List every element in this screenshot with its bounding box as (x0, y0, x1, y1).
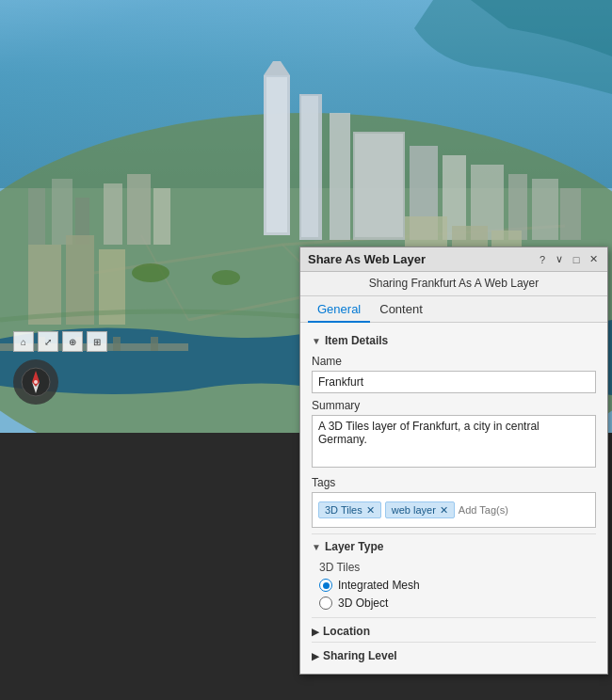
tag-web-layer: web layer ✕ (385, 501, 455, 518)
name-input[interactable] (312, 371, 596, 393)
svg-rect-34 (113, 337, 121, 351)
close-button[interactable]: ✕ (587, 253, 600, 266)
layer-type-label: Layer Type (325, 540, 383, 553)
item-details-label: Item Details (325, 334, 388, 347)
tag-3d-tiles-text: 3D Tiles (325, 504, 362, 516)
map-controls: ⌂ ⤢ ⊕ ⊞ (13, 331, 107, 405)
tab-content[interactable]: Content (370, 296, 432, 323)
layer-type-header[interactable]: ▼ Layer Type (312, 540, 596, 553)
location-arrow: ▶ (312, 627, 319, 637)
help-button[interactable]: ? (536, 253, 549, 266)
collapse-button[interactable]: ∨ (553, 253, 566, 266)
svg-rect-6 (127, 174, 151, 245)
panel-subtitle: Sharing Frankfurt As A Web Layer (300, 272, 607, 296)
svg-rect-15 (355, 134, 403, 237)
svg-rect-12 (301, 96, 318, 237)
panel-body: ▼ Item Details Name Summary A 3D Tiles l… (300, 323, 607, 674)
home-button[interactable]: ⌂ (13, 331, 34, 352)
sharing-level-label: Sharing Level (323, 649, 397, 662)
expand-button[interactable]: ⤢ (38, 331, 58, 352)
radio-integrated-mesh[interactable]: Integrated Mesh (319, 579, 596, 592)
tag-web-layer-text: web layer (392, 504, 436, 516)
tags-container[interactable]: 3D Tiles ✕ web layer ✕ (312, 492, 596, 528)
sharing-level-section: ▶ Sharing Level (312, 642, 596, 666)
svg-point-28 (132, 263, 169, 282)
summary-label: Summary (312, 399, 596, 412)
svg-rect-20 (532, 179, 558, 240)
svg-point-29 (212, 270, 240, 285)
item-details-arrow: ▼ (312, 336, 321, 346)
svg-rect-35 (151, 337, 158, 351)
svg-rect-13 (330, 113, 350, 240)
svg-rect-5 (104, 183, 122, 245)
panel-title-controls: ? ∨ □ ✕ (536, 253, 600, 266)
share-panel: Share As Web Layer ? ∨ □ ✕ Sharing Frank… (299, 247, 608, 675)
radio-integrated-mesh-circle[interactable] (319, 579, 332, 592)
radio-3d-object-circle[interactable] (319, 597, 332, 610)
location-section: ▶ Location (312, 617, 596, 642)
svg-rect-3 (52, 179, 72, 245)
sharing-level-header[interactable]: ▶ Sharing Level (312, 649, 596, 662)
svg-rect-19 (508, 174, 527, 240)
layer-type-arrow: ▼ (312, 542, 321, 552)
svg-rect-21 (560, 188, 581, 240)
item-details-header[interactable]: ▼ Item Details (312, 334, 596, 347)
add-tag-input[interactable] (459, 504, 588, 516)
summary-input[interactable]: A 3D Tiles layer of Frankfurt, a city in… (312, 415, 596, 468)
panel-titlebar: Share As Web Layer ? ∨ □ ✕ (300, 247, 607, 272)
panel-title: Share As Web Layer (308, 252, 426, 266)
compass-button[interactable] (13, 359, 58, 405)
tag-3d-tiles: 3D Tiles ✕ (318, 501, 381, 518)
grid-button[interactable]: ⊞ (87, 331, 107, 352)
svg-rect-7 (153, 188, 170, 245)
tags-label: Tags (312, 476, 596, 489)
layer-type-sublabel: 3D Tiles (312, 561, 596, 574)
radio-3d-object[interactable]: 3D Object (319, 597, 596, 610)
svg-rect-22 (28, 245, 61, 325)
layer-type-radio-group: Integrated Mesh 3D Object (312, 579, 596, 610)
radio-3d-object-label: 3D Object (338, 597, 388, 610)
restore-button[interactable]: □ (570, 253, 583, 266)
location-label: Location (323, 625, 370, 638)
radio-integrated-mesh-label: Integrated Mesh (338, 579, 420, 592)
svg-rect-2 (28, 188, 45, 245)
nav-button[interactable]: ⊕ (62, 331, 83, 352)
panel-tabs: General Content (300, 296, 607, 323)
sharing-level-arrow: ▶ (312, 651, 319, 661)
tab-general[interactable]: General (308, 296, 370, 323)
location-header[interactable]: ▶ Location (312, 625, 596, 638)
name-label: Name (312, 355, 596, 368)
svg-rect-9 (266, 77, 287, 232)
tag-web-layer-remove[interactable]: ✕ (440, 505, 448, 516)
svg-point-37 (34, 380, 38, 384)
tag-3d-tiles-remove[interactable]: ✕ (366, 505, 375, 516)
